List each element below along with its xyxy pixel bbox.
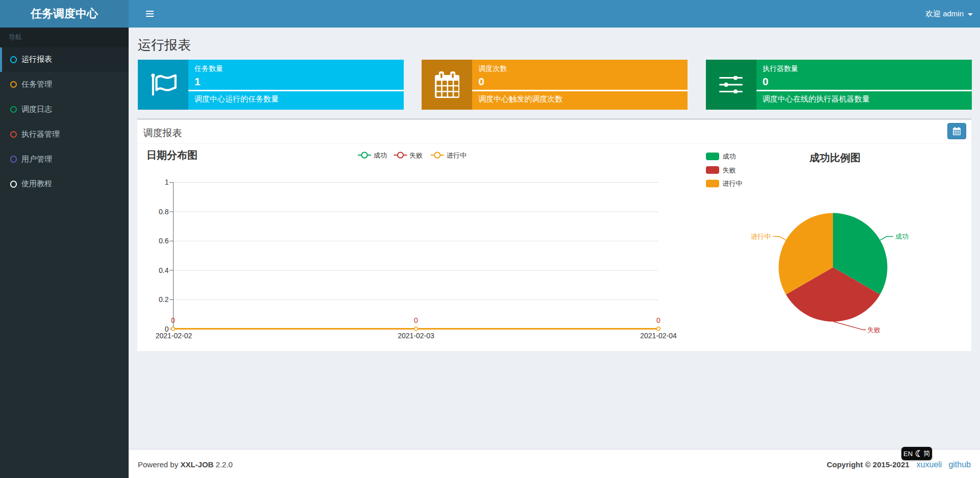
svg-text:进行中: 进行中 <box>447 151 467 159</box>
svg-text:0.6: 0.6 <box>159 237 169 245</box>
svg-text:失败: 失败 <box>409 151 423 159</box>
svg-text:成功: 成功 <box>723 153 736 160</box>
svg-text:进行中: 进行中 <box>723 180 743 187</box>
svg-text:成功: 成功 <box>895 233 909 240</box>
svg-text:0: 0 <box>656 316 660 324</box>
svg-text:0: 0 <box>414 316 418 324</box>
svg-text:进行中: 进行中 <box>751 233 771 240</box>
svg-text:失败: 失败 <box>723 166 736 174</box>
svg-text:0.2: 0.2 <box>159 295 169 304</box>
svg-text:0.8: 0.8 <box>159 207 169 215</box>
svg-text:1: 1 <box>165 178 169 186</box>
svg-text:日期分布图: 日期分布图 <box>146 149 198 161</box>
svg-text:0.4: 0.4 <box>159 266 169 274</box>
svg-text:0: 0 <box>171 316 175 324</box>
svg-text:成功: 成功 <box>374 151 387 159</box>
svg-text:2021-02-04: 2021-02-04 <box>640 332 677 340</box>
svg-text:成功比例图: 成功比例图 <box>809 152 861 163</box>
svg-text:2021-02-03: 2021-02-03 <box>398 332 434 340</box>
svg-text:失败: 失败 <box>867 326 880 334</box>
svg-text:2021-02-02: 2021-02-02 <box>156 332 192 340</box>
